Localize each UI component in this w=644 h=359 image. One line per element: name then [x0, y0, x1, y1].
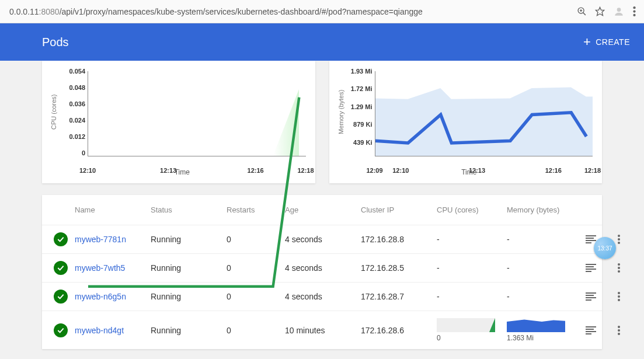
zoom-icon[interactable] — [577, 6, 587, 16]
y-tick: 439 Ki — [346, 139, 373, 146]
memory-x-axis-label: Time — [461, 168, 476, 176]
cell-restarts: 0 — [227, 292, 285, 301]
svg-rect-24 — [586, 295, 594, 296]
svg-rect-31 — [586, 329, 594, 330]
page-title: Pods — [42, 36, 69, 49]
svg-point-34 — [618, 326, 620, 328]
x-tick: 12:16 — [248, 167, 264, 174]
cell-age: 4 seconds — [285, 292, 361, 301]
y-tick: 0.012 — [58, 133, 85, 140]
y-tick: 0 — [58, 149, 85, 156]
svg-point-6 — [633, 6, 635, 9]
cell-cluster_ip: 172.16.28.6 — [361, 326, 437, 335]
url-path: /api/v1/proxy/namespaces/kube-system/ser… — [60, 7, 423, 16]
y-tick: 0.048 — [58, 84, 85, 91]
cell-cpu: - — [437, 292, 507, 301]
memory-line — [375, 71, 593, 289]
svg-line-1 — [583, 13, 586, 15]
status-ok-icon — [54, 323, 68, 337]
memory-chart-card: Memory (bytes) 1.93 Mi1.72 Mi1.29 Mi879 … — [329, 61, 603, 183]
url-host: 0.0.0.11 — [9, 7, 39, 16]
svg-point-29 — [618, 299, 620, 301]
browser-address-bar: 0.0.0.11:8080/api/v1/proxy/namespaces/ku… — [0, 0, 644, 23]
x-tick: 12:16 — [545, 167, 562, 174]
clock-widget-overlay[interactable]: 13:37 — [594, 237, 616, 259]
star-icon[interactable] — [595, 6, 605, 16]
y-tick: 1.93 Mi — [346, 68, 373, 75]
create-button[interactable]: + CREATE — [583, 34, 630, 50]
svg-point-21 — [618, 267, 620, 269]
cell-cluster_ip: 172.16.28.7 — [361, 292, 437, 301]
cell-restarts: 0 — [227, 326, 285, 335]
x-tick: 12:10 — [392, 167, 409, 174]
plus-icon: + — [583, 34, 591, 50]
pod-name-link[interactable]: myweb-n6g5n — [75, 292, 151, 301]
cpu-sparkline — [437, 318, 495, 332]
more-menu-icon[interactable] — [605, 326, 633, 335]
memory-sparkline — [507, 318, 565, 332]
svg-rect-25 — [586, 297, 596, 298]
memory-y-axis-label: Memory (bytes) — [336, 68, 346, 156]
page-header: Pods + CREATE — [0, 23, 644, 61]
svg-point-28 — [618, 295, 620, 298]
cpu-chart-card: CPU (cores) 0.0540.0480.0360.0240.0120 1… — [42, 61, 315, 183]
y-tick: 0.036 — [58, 100, 85, 107]
svg-rect-30 — [586, 326, 596, 327]
memory-plot-area — [375, 71, 593, 156]
svg-rect-26 — [586, 299, 591, 301]
logs-icon[interactable] — [577, 326, 605, 334]
logs-icon[interactable] — [577, 292, 605, 301]
pod-name-link[interactable]: myweb-nd4gt — [75, 326, 151, 335]
svg-point-15 — [618, 242, 620, 244]
x-tick: 12:18 — [297, 167, 314, 174]
cell-cpu: 0 — [437, 318, 507, 342]
cpu-line — [88, 71, 306, 289]
status-ok-icon — [54, 290, 68, 304]
svg-marker-4 — [596, 7, 604, 15]
cpu-spark-value: 0 — [437, 334, 507, 342]
svg-point-13 — [618, 235, 620, 237]
svg-point-7 — [633, 10, 635, 12]
cell-memory: - — [507, 292, 577, 301]
cell-age: 10 minutes — [285, 326, 361, 335]
y-tick: 0.024 — [58, 117, 85, 124]
profile-icon[interactable] — [613, 6, 625, 18]
clock-time: 13:37 — [597, 245, 612, 252]
y-tick: 879 Ki — [346, 121, 373, 128]
cell-status: Running — [151, 326, 227, 335]
x-tick: 12:10 — [79, 167, 96, 174]
cell-memory: 1.363 Mi — [507, 318, 577, 342]
more-menu-icon[interactable] — [605, 263, 633, 273]
x-tick: 12:09 — [366, 167, 382, 174]
create-button-label: CREATE — [596, 37, 630, 47]
url-display[interactable]: 0.0.0.11:8080/api/v1/proxy/namespaces/ku… — [5, 5, 573, 19]
svg-point-5 — [617, 8, 621, 12]
svg-point-36 — [618, 333, 620, 335]
svg-point-27 — [618, 292, 620, 294]
cpu-x-axis-label: Time — [175, 168, 190, 176]
y-tick: 0.054 — [58, 68, 85, 75]
x-tick: 12:18 — [584, 167, 601, 174]
svg-rect-23 — [586, 292, 596, 294]
cell-status: Running — [151, 292, 227, 301]
svg-rect-32 — [586, 331, 596, 332]
y-tick: 1.72 Mi — [346, 85, 373, 92]
svg-point-14 — [618, 238, 620, 241]
more-menu-icon[interactable] — [605, 292, 633, 301]
svg-point-22 — [618, 270, 620, 273]
svg-rect-33 — [586, 333, 591, 334]
table-row: myweb-nd4gtRunning010 minutes172.16.28.6… — [42, 311, 602, 349]
memory-spark-value: 1.363 Mi — [507, 334, 577, 342]
svg-point-35 — [618, 329, 620, 332]
cpu-y-axis-label: CPU (cores) — [49, 68, 58, 156]
url-port: :8080 — [39, 7, 60, 16]
svg-point-20 — [618, 263, 620, 266]
svg-point-8 — [633, 14, 635, 16]
status-ok-icon — [54, 232, 68, 246]
browser-menu-icon[interactable] — [633, 6, 636, 16]
y-tick: 1.29 Mi — [346, 103, 373, 110]
status-ok-icon — [54, 261, 68, 275]
cpu-plot-area — [88, 71, 306, 156]
